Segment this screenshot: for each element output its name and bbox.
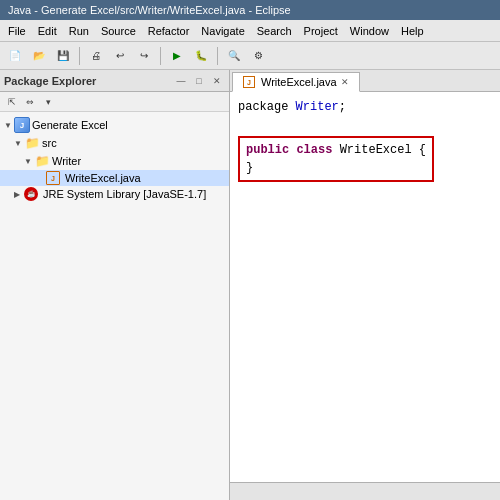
main-area: Package Explorer — □ ✕ ⇱ ⇔ ▾ ▼ J Generat…	[0, 70, 500, 500]
package-explorer-title: Package Explorer	[4, 75, 96, 87]
collapse-all-button[interactable]: ⇱	[4, 94, 20, 110]
toolbar-undo[interactable]: ↩	[109, 45, 131, 67]
project-arrow[interactable]: ▼	[4, 121, 14, 130]
menu-item-source[interactable]: Source	[95, 23, 142, 39]
close-icon[interactable]: ✕	[209, 73, 225, 89]
writer-label: Writer	[52, 155, 81, 167]
title-bar: Java - Generate Excel/src/Writer/WriteEx…	[0, 0, 500, 20]
src-folder-icon: 📁	[24, 135, 40, 151]
toolbar-print[interactable]: 🖨	[85, 45, 107, 67]
menu-item-window[interactable]: Window	[344, 23, 395, 39]
project-label: Generate Excel	[32, 119, 108, 131]
tab-close-button[interactable]: ✕	[341, 77, 349, 87]
tree-src[interactable]: ▼ 📁 src	[0, 134, 229, 152]
menu-item-navigate[interactable]: Navigate	[195, 23, 250, 39]
tab-java-icon: J	[243, 76, 255, 88]
tree-writeexcel[interactable]: ▶ J WriteExcel.java	[0, 170, 229, 186]
file-label: WriteExcel.java	[65, 172, 141, 184]
menu-bar: FileEditRunSourceRefactorNavigateSearchP…	[0, 20, 500, 42]
toolbar-redo[interactable]: ↪	[133, 45, 155, 67]
toolbar-open[interactable]: 📂	[28, 45, 50, 67]
editor-content[interactable]: package Writer; public class WriteExcel …	[230, 92, 500, 482]
editor-tab-writeexcel[interactable]: J WriteExcel.java ✕	[232, 72, 360, 92]
menu-item-help[interactable]: Help	[395, 23, 430, 39]
code-line-1: package Writer;	[238, 98, 492, 116]
toolbar-new[interactable]: 📄	[4, 45, 26, 67]
menu-item-run[interactable]: Run	[63, 23, 95, 39]
menu-item-refactor[interactable]: Refactor	[142, 23, 196, 39]
package-explorer-header: Package Explorer — □ ✕	[0, 70, 229, 92]
header-icons: — □ ✕	[173, 73, 225, 89]
java-file-icon: J	[46, 171, 60, 185]
link-editor-button[interactable]: ⇔	[22, 94, 38, 110]
menu-item-project[interactable]: Project	[298, 23, 344, 39]
jre-icon: ☕	[24, 187, 38, 201]
tree-project[interactable]: ▼ J Generate Excel	[0, 116, 229, 134]
package-toolbar: ⇱ ⇔ ▾	[0, 92, 229, 112]
toolbar-run[interactable]: ▶	[166, 45, 188, 67]
src-label: src	[42, 137, 57, 149]
toolbar: 📄 📂 💾 🖨 ↩ ↪ ▶ 🐛 🔍 ⚙	[0, 42, 500, 70]
code-line-close: }	[246, 159, 426, 177]
writer-arrow[interactable]: ▼	[24, 157, 34, 166]
jre-arrow[interactable]: ▶	[14, 190, 24, 199]
menu-item-file[interactable]: File	[2, 23, 32, 39]
title-text: Java - Generate Excel/src/Writer/WriteEx…	[8, 4, 291, 16]
toolbar-debug[interactable]: 🐛	[190, 45, 212, 67]
src-arrow[interactable]: ▼	[14, 139, 24, 148]
toolbar-search[interactable]: 🔍	[223, 45, 245, 67]
code-line-blank	[238, 116, 492, 134]
view-menu-button[interactable]: ▾	[40, 94, 56, 110]
tree-area: ▼ J Generate Excel ▼ 📁 src ▼ 📁 Writer	[0, 112, 229, 500]
tab-label: WriteExcel.java	[261, 76, 337, 88]
toolbar-extra[interactable]: ⚙	[247, 45, 269, 67]
toolbar-save[interactable]: 💾	[52, 45, 74, 67]
code-highlight-block: public class WriteExcel { }	[238, 136, 434, 182]
menu-item-search[interactable]: Search	[251, 23, 298, 39]
menu-item-edit[interactable]: Edit	[32, 23, 63, 39]
toolbar-sep-2	[160, 47, 161, 65]
writer-folder-icon: 📁	[34, 153, 50, 169]
package-explorer: Package Explorer — □ ✕ ⇱ ⇔ ▾ ▼ J Generat…	[0, 70, 230, 500]
toolbar-sep-3	[217, 47, 218, 65]
code-line-class: public class WriteExcel {	[246, 141, 426, 159]
minimize-icon[interactable]: —	[173, 73, 189, 89]
maximize-icon[interactable]: □	[191, 73, 207, 89]
tree-jre[interactable]: ▶ ☕ JRE System Library [JavaSE-1.7]	[0, 186, 229, 202]
editor-tabs: J WriteExcel.java ✕	[230, 70, 500, 92]
tree-writer[interactable]: ▼ 📁 Writer	[0, 152, 229, 170]
project-icon: J	[14, 117, 30, 133]
status-bar	[230, 482, 500, 500]
editor-area: J WriteExcel.java ✕ package Writer; publ…	[230, 70, 500, 500]
jre-label: JRE System Library [JavaSE-1.7]	[43, 188, 206, 200]
toolbar-sep-1	[79, 47, 80, 65]
